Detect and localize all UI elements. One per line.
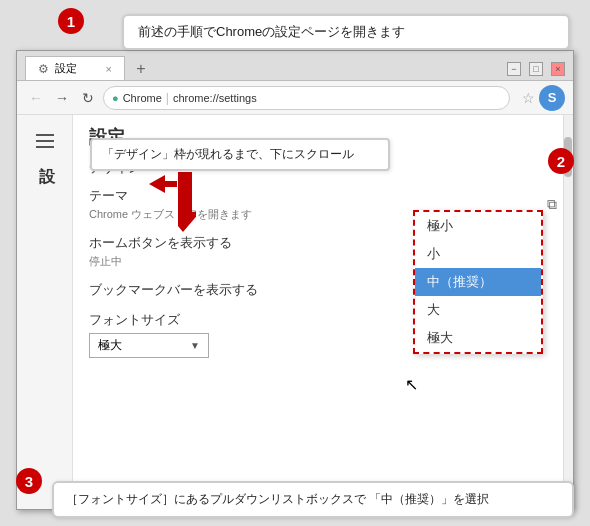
theme-sublabel: Chrome ウェブストアを開きます bbox=[89, 207, 252, 222]
hamburger-line3 bbox=[36, 146, 54, 148]
font-size-select[interactable]: 極大 ▼ bbox=[89, 333, 209, 358]
browser-window: ⚙ 設定 × + − □ × ← → ↻ ● Chrome | chrome:/… bbox=[16, 50, 574, 510]
step2-circle: 2 bbox=[548, 148, 574, 174]
bottom-instruction-text: ［フォントサイズ］にあるプルダウンリストボックスで 「中（推奨）」を選択 bbox=[66, 492, 489, 506]
address-divider: | bbox=[166, 91, 169, 105]
svg-marker-1 bbox=[178, 172, 196, 232]
bottom-instruction: ［フォントサイズ］にあるプルダウンリストボックスで 「中（推奨）」を選択 bbox=[52, 481, 574, 518]
dropdown-item-2-selected[interactable]: 中（推奨） bbox=[415, 268, 541, 296]
nav-bar: ← → ↻ ● Chrome | chrome://settings ☆ S bbox=[17, 81, 573, 115]
dropdown-item-1[interactable]: 小 bbox=[415, 240, 541, 268]
instruction-top: 前述の手順でChromeの設定ページを開きます bbox=[122, 14, 570, 50]
tab-label: 設定 bbox=[55, 61, 77, 76]
scroll-instruction: 「デザイン」枠が現れるまで、下にスクロール bbox=[90, 138, 390, 171]
tab-close-icon[interactable]: × bbox=[106, 63, 112, 75]
cursor-pointer-icon: ↖ bbox=[405, 375, 418, 394]
maximize-button[interactable]: □ bbox=[529, 62, 543, 76]
window-controls: − □ × bbox=[507, 62, 565, 80]
dropdown-item-0[interactable]: 極小 bbox=[415, 212, 541, 240]
svg-marker-0 bbox=[149, 175, 177, 193]
font-size-dropdown[interactable]: 極小 小 中（推奨） 大 極大 bbox=[413, 210, 543, 354]
title-bar: ⚙ 設定 × + − □ × bbox=[17, 51, 573, 81]
address-brand: Chrome bbox=[123, 92, 162, 104]
new-tab-button[interactable]: + bbox=[129, 58, 153, 80]
red-arrow-down bbox=[178, 172, 196, 236]
sidebar: 設 bbox=[17, 115, 73, 509]
bookmark-star-icon[interactable]: ☆ bbox=[522, 90, 535, 106]
font-size-select-value: 極大 bbox=[98, 337, 122, 354]
main-area: 設定 デザイン テーマ Chrome ウェブストアを開きます bbox=[73, 115, 573, 509]
dropdown-item-3[interactable]: 大 bbox=[415, 296, 541, 324]
minimize-button[interactable]: − bbox=[507, 62, 521, 76]
reload-button[interactable]: ↻ bbox=[77, 87, 99, 109]
close-button[interactable]: × bbox=[551, 62, 565, 76]
secure-icon: ● bbox=[112, 92, 119, 104]
step1-circle: 1 bbox=[58, 8, 84, 34]
external-link-icon[interactable]: ⧉ bbox=[547, 196, 557, 213]
dropdown-item-4[interactable]: 極大 bbox=[415, 324, 541, 352]
hamburger-line2 bbox=[36, 140, 54, 142]
dropdown-arrow-icon: ▼ bbox=[190, 340, 200, 351]
gear-icon: ⚙ bbox=[38, 62, 49, 76]
forward-button[interactable]: → bbox=[51, 87, 73, 109]
page-content: 設 設定 デザイン テーマ bbox=[17, 115, 573, 509]
hamburger-line1 bbox=[36, 134, 54, 136]
browser-tab[interactable]: ⚙ 設定 × bbox=[25, 56, 125, 80]
profile-button[interactable]: S bbox=[539, 85, 565, 111]
settings-sidebar-label: 設 bbox=[35, 167, 55, 188]
scroll-instruction-text: 「デザイン」枠が現れるまで、下にスクロール bbox=[102, 147, 354, 161]
scrollbar[interactable] bbox=[563, 115, 573, 509]
red-arrow-left bbox=[149, 175, 177, 197]
step3-circle: 3 bbox=[16, 468, 42, 494]
back-button[interactable]: ← bbox=[25, 87, 47, 109]
hamburger-menu[interactable] bbox=[27, 123, 63, 159]
address-bar[interactable]: ● Chrome | chrome://settings bbox=[103, 86, 510, 110]
address-url: chrome://settings bbox=[173, 92, 257, 104]
